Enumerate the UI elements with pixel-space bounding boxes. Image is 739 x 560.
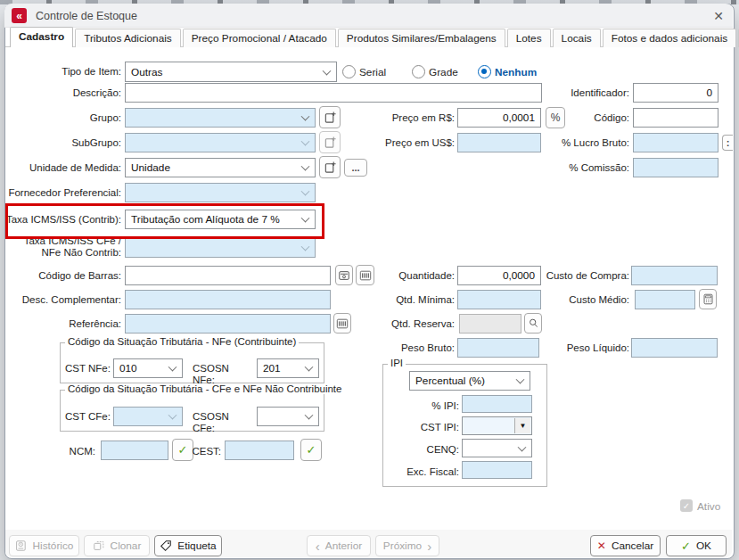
anterior-label: Anterior (325, 539, 362, 552)
etiqueta-label: Etiqueta (177, 539, 216, 552)
cest-input[interactable] (225, 441, 294, 460)
qtd-minima-input[interactable] (457, 290, 541, 309)
chevron-down-icon (518, 442, 527, 451)
chevron-down-icon (301, 137, 310, 146)
tab-tributos-adicionais[interactable]: Tributos Adicionais (75, 29, 181, 47)
chevron-down-icon (301, 243, 310, 251)
tab-lotes[interactable]: Lotes (507, 29, 551, 47)
comissao-label: % Comissão: (535, 162, 629, 174)
referencia-barcode-button[interactable] (333, 313, 351, 334)
ipi-cenq-select[interactable] (462, 439, 532, 457)
preco-us-input[interactable] (457, 133, 541, 152)
groupbox-cst-cfe-title: Código da Situação Tributária - CFe e NF… (65, 383, 344, 394)
radio-nenhum[interactable] (478, 65, 491, 78)
custo-medio-input[interactable] (635, 290, 695, 309)
descricao-input[interactable] (125, 83, 542, 103)
historico-button[interactable]: Histórico (9, 535, 79, 556)
identificador-value: 0 (706, 86, 712, 99)
custo-medio-label: Custo Médio: (535, 294, 629, 306)
taxa-icms-select[interactable]: Tributação com Alíquota de 7 % (125, 210, 316, 229)
peso-liquido-input[interactable] (631, 338, 718, 358)
anterior-button[interactable]: ‹ Anterior (307, 535, 371, 556)
identificador-label: Identificador: (535, 87, 629, 99)
preco-rs-input[interactable]: 0,0001 (457, 108, 541, 128)
new-item-icon (324, 111, 337, 124)
tab-locais[interactable]: Locais (553, 29, 601, 47)
add-unidade-button[interactable] (319, 156, 341, 178)
radio-grade[interactable] (412, 65, 425, 78)
cancelar-label: Cancelar (612, 539, 653, 552)
cst-nfe-value: 010 (119, 362, 137, 375)
codigo-input[interactable] (633, 108, 718, 128)
cst-cfe-select[interactable] (113, 407, 183, 426)
chevron-down-icon (323, 66, 332, 75)
etiqueta-button[interactable]: Etiqueta (154, 535, 222, 556)
unidade-select[interactable]: Unidade (125, 158, 316, 177)
barcode-icon (359, 269, 372, 282)
custo-compra-label: Custo de Compra: (535, 270, 629, 282)
barcode-icon (336, 317, 349, 330)
ipi-pct-input[interactable] (462, 395, 532, 413)
subgrupo-select[interactable] (125, 133, 316, 152)
scale-button[interactable] (335, 265, 353, 285)
subgrupo-label: SubGrupo: (2, 137, 121, 149)
grupo-select[interactable] (125, 108, 316, 128)
calculator-button[interactable] (699, 289, 717, 309)
ipi-mode-select[interactable]: Percentual (%) (409, 371, 530, 391)
history-icon (15, 539, 28, 552)
codigo-label: Código: (535, 112, 629, 124)
tab-preco-promocional[interactable]: Preço Promocional / Atacado (183, 29, 336, 47)
chevron-down-icon (168, 363, 177, 372)
tipo-item-select[interactable]: Outras (125, 62, 337, 82)
ipi-exc-label: Exc. Fiscal: (397, 466, 459, 478)
window-title: Controle de Estoque (36, 10, 137, 22)
unidade-value: Unidade (131, 161, 170, 174)
referencia-input[interactable] (125, 314, 331, 334)
taxa-cfe-select[interactable] (125, 238, 316, 258)
chevron-down-icon (516, 375, 525, 384)
fornecedor-label: Fornecedor Preferencial: (2, 187, 121, 199)
reserva-search-button[interactable] (524, 313, 542, 334)
custo-compra-input[interactable] (631, 266, 718, 285)
cest-validate-button[interactable]: ✓ (300, 439, 322, 461)
tab-produtos-similares[interactable]: Produtos Similares/Embalagens (338, 29, 505, 47)
ncm-input[interactable] (101, 441, 168, 460)
csosn-nfe-select[interactable]: 201 (257, 358, 319, 378)
tab-fotos-dados[interactable]: Fotos e dados adicionais (603, 29, 737, 47)
tab-cadastro[interactable]: Cadastro (10, 27, 73, 47)
add-grupo-button[interactable] (319, 106, 341, 128)
chevron-right-icon: › (427, 539, 431, 553)
referencia-label: Referência: (2, 318, 121, 330)
radio-serial[interactable] (342, 65, 356, 78)
ipi-cst-label: CST IPI: (397, 422, 459, 433)
add-subgrupo-button[interactable] (319, 131, 341, 153)
ipi-pct-label: % IPI: (397, 400, 459, 412)
ellipsis-icon: ... (351, 162, 359, 173)
close-icon[interactable]: ✕ (710, 7, 727, 25)
peso-bruto-input[interactable] (457, 338, 539, 358)
comissao-input[interactable] (633, 158, 718, 177)
identificador-input[interactable]: 0 (633, 83, 718, 103)
fornecedor-select[interactable] (125, 183, 316, 202)
ok-label: OK (696, 539, 711, 552)
preco-us-label: Preço em US$: (374, 137, 455, 149)
cst-nfe-select[interactable]: 010 (113, 358, 183, 378)
quantidade-input[interactable]: 0,0000 (457, 266, 541, 285)
more-options-button[interactable]: : (722, 135, 733, 151)
ok-button[interactable]: ✓ OK (666, 535, 727, 556)
csosn-cfe-select[interactable] (257, 407, 319, 426)
unidade-label: Unidade de Medida: (2, 162, 121, 174)
cod-barras-input[interactable] (125, 266, 331, 285)
proximo-button[interactable]: Próximo › (375, 535, 439, 556)
clonar-button[interactable]: Clonar (84, 535, 150, 556)
lucro-bruto-input[interactable] (633, 133, 718, 152)
unidade-browse-button[interactable]: ... (344, 159, 367, 177)
ipi-exc-input[interactable] (462, 461, 532, 479)
chevron-down-icon (301, 112, 310, 121)
chevron-down-icon (168, 411, 177, 420)
barcode-button[interactable] (356, 265, 374, 285)
desc-compl-input[interactable] (125, 290, 331, 309)
cancelar-button[interactable]: ✕ Cancelar (590, 535, 661, 556)
cod-barras-label: Código de Barras: (2, 270, 121, 282)
ipi-cst-select[interactable]: ▼ (462, 416, 532, 435)
